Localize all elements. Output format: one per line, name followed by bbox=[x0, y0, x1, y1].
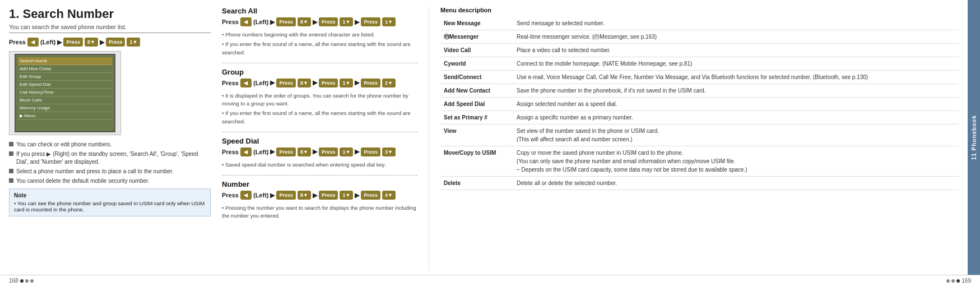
bullet-2: If you press ▶ (Right) on the standby sc… bbox=[9, 150, 211, 166]
middle-column: Search All Press ◀ (Left) ▶ Press 8▼ ▶ P… bbox=[222, 7, 429, 270]
menu-menu: ▶ Menu bbox=[18, 112, 112, 120]
bullet-3: Select a phone number and press to place… bbox=[9, 168, 211, 176]
menu-desc-title: Menu description bbox=[440, 7, 959, 13]
search-all-bullet1: • Phone numbers beginning with the enter… bbox=[222, 31, 417, 39]
bullet-1: You can check or edit phone numbers. bbox=[9, 141, 211, 149]
phone-screenshot: Search Numb Add New Conta Edit Group Edi… bbox=[9, 51, 121, 135]
group-section: Group Press ◀ (Left) ▶ Press 8▼ ▶ Press … bbox=[222, 68, 417, 132]
menu-item-desc: Delete all or delete the selected number… bbox=[513, 177, 959, 190]
number-press-row: Press ◀ (Left) ▶ Press 8▼ ▶ Press 1▼ ▶ P… bbox=[222, 191, 417, 200]
dot-1 bbox=[20, 279, 24, 283]
menu-edit-speed: Edit Speed Dial bbox=[18, 81, 112, 89]
menu-item-desc: Connect to the mobile homepage. (NATE Mo… bbox=[513, 57, 959, 71]
page-title: 1. Search Number bbox=[9, 7, 211, 21]
gr-left-key: ◀ bbox=[240, 79, 252, 87]
menu-item-name: Send/Connect bbox=[440, 71, 513, 84]
sa-left-key: ◀ bbox=[240, 17, 252, 26]
dot-2 bbox=[25, 279, 29, 283]
left-page-indicator: 168 bbox=[9, 278, 34, 284]
menu-item-name: Set as Primary # bbox=[440, 111, 513, 124]
menu-table: New MessageSend message to selected numb… bbox=[440, 17, 959, 190]
group-bullet1: • It is displayed in the order of groups… bbox=[222, 92, 417, 108]
note-box: Note • You can see the phone number and … bbox=[9, 188, 211, 216]
menu-item-name: Add New Contact bbox=[440, 84, 513, 98]
main-press-row: Press ◀ (Left) ▶ Press 8▼ ▶ Press 1▼ bbox=[9, 38, 211, 47]
table-row: Add New ContactSave the phone number in … bbox=[440, 84, 959, 98]
speed-dial-section: Speed Dial Press ◀ (Left) ▶ Press 8▼ ▶ P… bbox=[222, 137, 417, 176]
table-row: CyworldConnect to the mobile homepage. (… bbox=[440, 57, 959, 71]
press-label: Press bbox=[9, 39, 26, 45]
arrow2: ▶ bbox=[100, 39, 104, 46]
right-page-indicator: 169 bbox=[946, 278, 971, 284]
menu-item-name: New Message bbox=[440, 17, 513, 30]
menu-item-name: Cyworld bbox=[440, 57, 513, 71]
table-row: ⓜMessengerReal-time messenger service. (… bbox=[440, 30, 959, 44]
menu-item-desc: Real-time messenger service. (ⓜMessenger… bbox=[513, 30, 959, 44]
key-1: 1▼ bbox=[127, 38, 140, 47]
chapter-sidebar: 11 Phonebook bbox=[968, 0, 980, 275]
bullet-icon-2 bbox=[9, 151, 13, 156]
menu-item-name: Move/Copy to USIM bbox=[440, 146, 513, 177]
search-all-press-row: Press ◀ (Left) ▶ Press 8▼ ▶ Press 1▼ ▶ P… bbox=[222, 17, 417, 26]
page-subtitle: You can search the saved phone number li… bbox=[9, 24, 211, 33]
menu-item-desc: Assign a specific number as a primary nu… bbox=[513, 111, 959, 124]
dot-6 bbox=[956, 279, 960, 283]
group-title: Group bbox=[222, 68, 417, 76]
note-title: Note bbox=[14, 192, 206, 199]
menu-add: Add New Conta bbox=[18, 65, 112, 73]
menu-item-name: Video Call bbox=[440, 44, 513, 57]
group-press-row: Press ◀ (Left) ▶ Press 8▼ ▶ Press 1▼ ▶ P… bbox=[222, 79, 417, 87]
table-row: DeleteDelete all or delete the selected … bbox=[440, 177, 959, 190]
dot-3 bbox=[30, 279, 34, 283]
menu-item-desc: Send message to selected number. bbox=[513, 17, 959, 30]
menu-item-desc: Set view of the number saved in the phon… bbox=[513, 124, 959, 146]
table-row: Video CallPlace a video call to selected… bbox=[440, 44, 959, 57]
menu-item-name: Delete bbox=[440, 177, 513, 190]
speed-dial-title: Speed Dial bbox=[222, 137, 417, 145]
group-bullet2: • If you enter the first sound of a name… bbox=[222, 109, 417, 126]
table-row: Set as Primary #Assign a specific number… bbox=[440, 111, 959, 124]
bullet-icon-4 bbox=[9, 178, 13, 183]
press-label3: Press bbox=[106, 38, 126, 47]
search-all-section: Search All Press ◀ (Left) ▶ Press 8▼ ▶ P… bbox=[222, 7, 417, 63]
menu-item-name: Add Speed Dial bbox=[440, 98, 513, 111]
menu-item-desc: Place a video call to selected number. bbox=[513, 44, 959, 57]
page-footer: 168 169 bbox=[0, 275, 980, 286]
sa-press2: Press bbox=[276, 17, 296, 26]
table-row: New MessageSend message to selected numb… bbox=[440, 17, 959, 30]
chapter-label: 11 Phonebook bbox=[971, 115, 977, 160]
page-number-left: 168 bbox=[9, 278, 18, 284]
search-all-bullet2: • If you enter the first sound of a name… bbox=[222, 40, 417, 57]
menu-block: Block Calls bbox=[18, 96, 112, 104]
key-8: 8▼ bbox=[85, 38, 98, 47]
menu-item-name: ⓜMessenger bbox=[440, 30, 513, 44]
page-number-right: 169 bbox=[962, 278, 971, 284]
menu-item-desc: Use e-mail, Voice Message Call, Call Me … bbox=[513, 71, 959, 84]
dot-5 bbox=[951, 279, 955, 283]
bullet-icon-1 bbox=[9, 142, 13, 146]
table-row: ViewSet view of the number saved in the … bbox=[440, 124, 959, 146]
bullet-icon-3 bbox=[9, 169, 13, 173]
menu-item-name: View bbox=[440, 124, 513, 146]
dot-4 bbox=[946, 279, 950, 283]
arrow1: ▶ bbox=[57, 39, 62, 46]
table-row: Send/ConnectUse e-mail, Voice Message Ca… bbox=[440, 71, 959, 84]
table-row: Move/Copy to USIMCopy or move the saved … bbox=[440, 146, 959, 177]
number-bullet1: • Pressing the number you want to search… bbox=[222, 204, 417, 220]
press-label2: Press bbox=[63, 38, 83, 47]
search-all-title: Search All bbox=[222, 7, 417, 15]
menu-edit-group: Edit Group bbox=[18, 73, 112, 81]
menu-memory: Memory Usage bbox=[18, 104, 112, 112]
sa-press4: Press bbox=[361, 17, 380, 26]
menu-search: Search Numb bbox=[18, 57, 112, 65]
speed-dial-bullet1: • Saved speed dial number is searched wh… bbox=[222, 161, 417, 169]
note-text: • You can see the phone number and group… bbox=[14, 200, 206, 213]
left-label: (Left) bbox=[40, 39, 56, 45]
menu-item-desc: Assign selected number as a speed dial. bbox=[513, 98, 959, 111]
left-bullets: You can check or edit phone numbers. If … bbox=[9, 141, 211, 185]
number-section: Number Press ◀ (Left) ▶ Press 8▼ ▶ Press… bbox=[222, 180, 417, 220]
sa-press3: Press bbox=[319, 17, 338, 26]
menu-call-hist: Call History/Time bbox=[18, 89, 112, 96]
left-column: 1. Search Number You can search the save… bbox=[9, 7, 222, 270]
menu-item-desc: Save the phone number in the phonebook, … bbox=[513, 84, 959, 98]
